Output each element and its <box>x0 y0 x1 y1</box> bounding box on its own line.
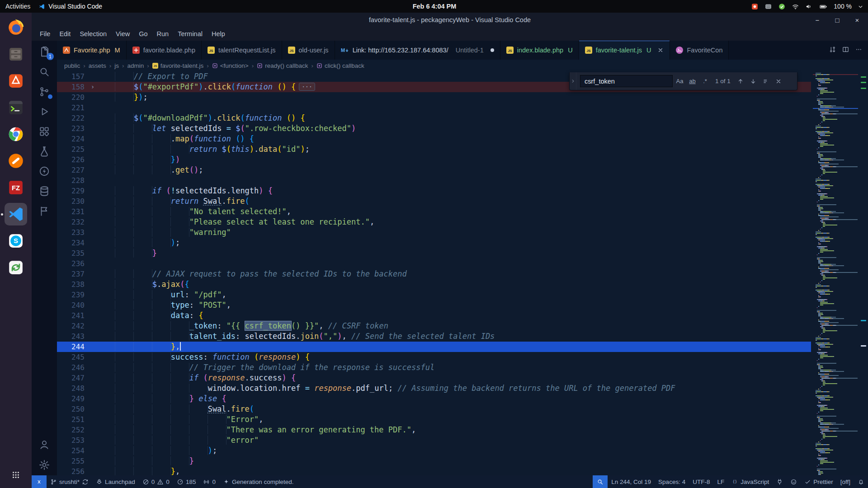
code-text[interactable]: .get(); <box>97 165 811 175</box>
code-text[interactable]: "There was an error generating the PDF."… <box>97 425 811 435</box>
line-number[interactable]: 249 <box>57 394 89 404</box>
toggle-replace-chevron-icon[interactable] <box>570 72 576 90</box>
code-line[interactable]: 236 <box>57 258 811 269</box>
breadcrumb-item[interactable]: JSfavorite-talent.js <box>152 62 203 69</box>
status-broadcast[interactable]: 0 <box>199 475 219 488</box>
code-line[interactable]: 223 let selectedIds = $(".row-checkbox:c… <box>57 123 811 134</box>
extensions-icon[interactable] <box>38 126 50 137</box>
code-text[interactable]: success: function (response) { <box>97 352 811 362</box>
split-editor-icon[interactable] <box>842 46 849 55</box>
code-text[interactable]: // AJAX request to pass the selected IDs… <box>97 269 811 279</box>
code-text[interactable]: _token: "{{ csrf_token() }}", // CSRF to… <box>97 321 811 331</box>
breadcrumb-item[interactable]: public <box>64 62 80 69</box>
gear-icon[interactable] <box>38 459 50 471</box>
code-text[interactable]: return Swal.fire( <box>97 196 811 206</box>
code-text[interactable]: "No talent selected!", <box>97 206 811 217</box>
code-text[interactable]: }); <box>97 92 811 103</box>
menu-terminal[interactable]: Terminal <box>173 28 207 39</box>
dock-item-filezilla[interactable]: FZ <box>5 176 27 199</box>
line-number[interactable]: 157 <box>57 71 89 82</box>
code-text[interactable]: } else { <box>97 394 811 404</box>
status-notifications[interactable] <box>854 475 868 488</box>
code-line[interactable]: 242 _token: "{{ csrf_token() }}", // CSR… <box>57 321 811 331</box>
line-number[interactable]: 225 <box>57 144 89 155</box>
find-in-selection-button[interactable] <box>760 75 772 87</box>
code-line[interactable]: 230 return Swal.fire( <box>57 196 811 206</box>
code-line[interactable]: 229 if (!selectedIds.length) { <box>57 186 811 196</box>
code-line[interactable]: 222 $("#downloadPdf").click(function () … <box>57 113 811 123</box>
status-feedback[interactable] <box>787 475 801 488</box>
more-actions-icon[interactable] <box>855 46 863 55</box>
dock-item-terminal[interactable] <box>5 96 27 119</box>
code-line[interactable]: 231 "No talent selected!", <box>57 206 811 217</box>
close-button[interactable]: × <box>853 16 862 24</box>
code-line[interactable]: 220 }); <box>57 92 811 103</box>
status-indentation[interactable]: Spaces: 4 <box>655 475 689 488</box>
line-number[interactable]: 252 <box>57 425 89 435</box>
breadcrumb-item[interactable]: admin <box>127 62 144 69</box>
code-text[interactable]: }, <box>97 342 811 352</box>
code-text[interactable]: "Error", <box>97 414 811 425</box>
line-number[interactable]: 158 <box>57 82 89 92</box>
line-number[interactable]: 241 <box>57 310 89 321</box>
line-number[interactable]: 229 <box>57 186 89 196</box>
code-line[interactable]: 234 ); <box>57 238 811 248</box>
code-text[interactable]: type: "POST", <box>97 300 811 310</box>
line-number[interactable]: 223 <box>57 123 89 134</box>
tab-old-user-js[interactable]: JSold-user.js <box>282 41 335 60</box>
menu-file[interactable]: File <box>35 28 55 39</box>
line-number[interactable]: 232 <box>57 217 89 227</box>
code-text[interactable]: data: { <box>97 310 811 321</box>
code-editor[interactable]: 157 // Export to PDF158› $("#exportPdf")… <box>57 71 811 475</box>
breadcrumb-item[interactable]: <function> <box>212 62 249 69</box>
code-line[interactable]: 248 window.location.href = response.pdf_… <box>57 383 811 394</box>
line-number[interactable]: 235 <box>57 248 89 258</box>
keyboard-indicator-icon[interactable] <box>764 3 772 10</box>
volume-icon[interactable] <box>805 3 813 10</box>
maximize-button[interactable]: □ <box>833 16 842 24</box>
database-icon[interactable] <box>38 185 50 197</box>
dock-item-files[interactable] <box>5 43 27 66</box>
line-number[interactable]: 244 <box>57 342 89 352</box>
flag-icon[interactable] <box>38 205 50 217</box>
status-ports[interactable] <box>773 475 787 488</box>
status-encoding[interactable]: UTF-8 <box>689 475 713 488</box>
dock-item-software[interactable] <box>5 70 27 92</box>
code-text[interactable]: } <box>97 248 811 258</box>
breadcrumb-item[interactable]: assets <box>89 62 106 69</box>
code-text[interactable] <box>97 103 811 113</box>
code-text[interactable]: $("#downloadPdf").click(function () { <box>97 113 811 123</box>
dock-item-media[interactable] <box>5 150 27 172</box>
status-eol[interactable]: LF <box>713 475 728 488</box>
breadcrumb-item[interactable]: js <box>114 62 119 69</box>
code-line[interactable]: 228 <box>57 175 811 186</box>
tab-favorite-blade-php[interactable]: favorite.blade.php <box>127 41 202 60</box>
regex-button[interactable]: .* <box>699 75 711 87</box>
next-match-button[interactable] <box>748 75 759 87</box>
tab-talentrequestlist-js[interactable]: JStalentRequestList.js <box>202 41 282 60</box>
code-line[interactable]: 255 } <box>57 456 811 466</box>
dock-item-chrome[interactable] <box>5 123 27 145</box>
chevron-down-icon[interactable] <box>858 4 863 9</box>
menu-run[interactable]: Run <box>152 28 174 39</box>
status-search-indicator[interactable] <box>593 475 608 488</box>
code-text[interactable]: url: "/pdf", <box>97 290 811 300</box>
line-number[interactable]: 230 <box>57 196 89 206</box>
tab-favorite-php[interactable]: Favorite.phpM <box>57 41 127 60</box>
code-text[interactable] <box>97 175 811 186</box>
line-number[interactable]: 253 <box>57 435 89 446</box>
line-number[interactable]: 231 <box>57 206 89 217</box>
status-language[interactable]: {}JavaScript <box>728 475 773 488</box>
code-text[interactable]: }, <box>97 466 811 475</box>
line-number[interactable]: 236 <box>57 258 89 269</box>
focused-app-indicator[interactable]: Visual Studio Code <box>38 3 102 10</box>
previous-match-button[interactable] <box>735 75 746 87</box>
code-text[interactable]: $.ajax({ <box>97 279 811 290</box>
code-line[interactable]: 253 "error" <box>57 435 811 446</box>
screenshare-indicator-icon[interactable] <box>751 3 759 10</box>
menu-go[interactable]: Go <box>134 28 152 39</box>
code-text[interactable]: "Please select at least one recipient.", <box>97 217 811 227</box>
code-text[interactable]: talent_ids: selectedIds.join(","), // Se… <box>97 331 811 342</box>
code-text[interactable] <box>97 258 811 269</box>
line-number[interactable]: 222 <box>57 113 89 123</box>
